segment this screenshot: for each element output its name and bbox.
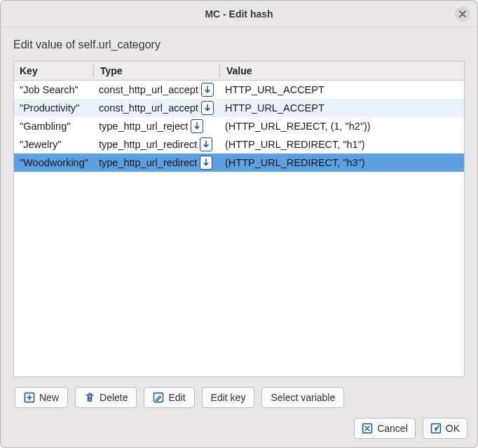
type-dropdown-button[interactable]	[191, 119, 203, 133]
delete-button[interactable]: Delete	[75, 387, 137, 408]
type-text: type_http_url_redirect	[99, 157, 197, 168]
cell-value: HTTP_URL_ACCEPT	[219, 99, 464, 117]
table-body: "Job Search"const_http_url_acceptHTTP_UR…	[14, 81, 464, 172]
hash-table-container: Key Type Value "Job Search"const_http_ur…	[13, 61, 465, 377]
close-icon	[459, 11, 466, 18]
cell-value: (HTTP_URL_REDIRECT, "h1")	[219, 135, 464, 154]
table-row[interactable]: "Gambling"type_http_url_reject(HTTP_URL_…	[14, 117, 464, 135]
type-text: const_http_url_accept	[99, 102, 198, 114]
edit-key-button[interactable]: Edit key	[202, 387, 255, 408]
cancel-icon	[362, 423, 373, 434]
edit-button[interactable]: Edit	[144, 387, 194, 408]
type-dropdown-button[interactable]	[201, 83, 214, 97]
window-close-button[interactable]	[455, 6, 470, 22]
pencil-icon	[153, 392, 164, 403]
column-header-value[interactable]: Value	[219, 62, 464, 81]
dialog-window: MC - Edit hash Edit value of self.url_ca…	[0, 0, 478, 448]
cell-type: type_http_url_redirect	[93, 135, 219, 154]
cell-value: HTTP_URL_ACCEPT	[219, 81, 464, 100]
cell-type: type_http_url_redirect	[93, 154, 219, 172]
table-row[interactable]: "Woodworking"type_http_url_redirect(HTTP…	[14, 154, 464, 172]
arrow-down-icon	[203, 140, 209, 149]
table-header-row: Key Type Value	[14, 62, 464, 81]
dialog-content: Edit value of self.url_category Key Type…	[1, 27, 477, 418]
new-button-label: New	[39, 392, 59, 403]
ok-button[interactable]: OK	[423, 418, 467, 439]
select-variable-button-label: Select variable	[271, 392, 335, 403]
plus-icon	[24, 392, 35, 403]
column-header-key[interactable]: Key	[14, 62, 93, 81]
cell-type: const_http_url_accept	[93, 81, 219, 100]
type-text: const_http_url_accept	[99, 84, 198, 95]
cell-value: (HTTP_URL_REJECT, (1, "h2"))	[219, 117, 464, 135]
trash-icon	[84, 392, 95, 403]
cell-value: (HTTP_URL_REDIRECT, "h3")	[219, 154, 464, 172]
table-row[interactable]: "Job Search"const_http_url_acceptHTTP_UR…	[14, 81, 464, 100]
table-row[interactable]: "Jewelry"type_http_url_redirect(HTTP_URL…	[14, 135, 464, 154]
cancel-button-label: Cancel	[377, 423, 408, 434]
ok-button-label: OK	[446, 423, 460, 434]
edit-key-button-label: Edit key	[211, 392, 246, 403]
cell-key: "Jewelry"	[14, 135, 93, 154]
delete-button-label: Delete	[100, 392, 128, 403]
type-dropdown-button[interactable]	[200, 156, 212, 170]
new-button[interactable]: New	[15, 387, 68, 408]
arrow-down-icon	[205, 104, 210, 112]
table-row[interactable]: "Productivity"const_http_url_acceptHTTP_…	[14, 99, 464, 117]
arrow-down-icon	[194, 122, 200, 130]
title-bar: MC - Edit hash	[1, 1, 477, 27]
cell-key: "Gambling"	[14, 117, 93, 135]
select-variable-button[interactable]: Select variable	[261, 387, 344, 408]
column-header-type[interactable]: Type	[93, 62, 219, 81]
type-dropdown-button[interactable]	[200, 137, 212, 151]
action-toolbar: New Delete Edit Edit key Select variable	[13, 387, 465, 408]
hash-table: Key Type Value "Job Search"const_http_ur…	[14, 62, 464, 172]
cell-key: "Woodworking"	[14, 154, 93, 172]
ok-icon	[430, 423, 442, 434]
edit-button-label: Edit	[168, 392, 185, 403]
cell-key: "Productivity"	[14, 99, 93, 117]
dialog-footer: Cancel OK	[1, 418, 477, 447]
dialog-heading: Edit value of self.url_category	[13, 39, 465, 51]
arrow-down-icon	[203, 158, 209, 167]
arrow-down-icon	[205, 86, 210, 94]
cell-type: type_http_url_reject	[93, 117, 219, 135]
window-title: MC - Edit hash	[205, 8, 273, 20]
type-dropdown-button[interactable]	[201, 101, 214, 115]
cell-key: "Job Search"	[14, 81, 93, 100]
type-text: type_http_url_redirect	[99, 139, 197, 150]
type-text: type_http_url_reject	[99, 121, 188, 132]
cell-type: const_http_url_accept	[93, 99, 219, 117]
cancel-button[interactable]: Cancel	[354, 418, 416, 439]
